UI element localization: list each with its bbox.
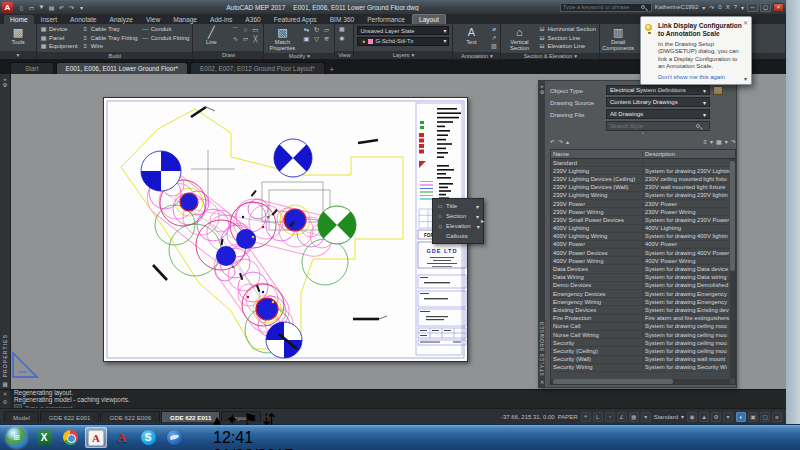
ribbon-tab[interactable]: Analyze: [104, 15, 139, 24]
draw-tool-icon[interactable]: ⌒: [230, 26, 240, 35]
annotation-scale-button[interactable]: Standard: [654, 414, 678, 420]
callout-menu-item[interactable]: ▭ Title ▾: [433, 201, 483, 211]
detail-components-button[interactable]: ▥ Detail Components: [603, 26, 633, 51]
layout-tab[interactable]: GDE 622 E011: [161, 411, 220, 422]
list-view-icon[interactable]: ≡: [704, 139, 708, 145]
undo-icon[interactable]: ↶: [58, 4, 65, 11]
icon-view-caret-icon[interactable]: ▾: [725, 138, 728, 145]
file-tab[interactable]: Start: [10, 62, 54, 74]
taskbar-autocad[interactable]: A: [111, 427, 133, 448]
style-row[interactable]: Security (Ceiling) System for drawing ce…: [551, 347, 730, 355]
style-row[interactable]: 230V Lighting System for drawing 230V Li…: [551, 167, 730, 175]
window-minimize-button[interactable]: ─: [747, 3, 758, 12]
status-toggle-icon[interactable]: ▣: [748, 412, 758, 422]
taskbar-excel[interactable]: X: [33, 427, 55, 448]
style-row[interactable]: 400V Power Devices System for drawing 40…: [551, 249, 730, 257]
start-button[interactable]: ⊞: [6, 427, 27, 448]
style-search-input[interactable]: [610, 123, 694, 129]
callout-menu-item[interactable]: ◇ Elevation ▾: [433, 221, 483, 231]
ribbon-tab[interactable]: Manage: [167, 15, 203, 24]
search-input[interactable]: [563, 4, 639, 10]
qat-caret-icon[interactable]: ▾: [78, 4, 85, 11]
palette-props-icon[interactable]: ▦: [2, 381, 7, 387]
match-properties-button[interactable]: ▧ Match Properties: [267, 26, 297, 51]
layout-tab[interactable]: GDE 622 E006: [100, 411, 160, 422]
style-row[interactable]: 400V Power Wiring 400V Power Wiring: [551, 257, 730, 265]
vertical-section-button[interactable]: ⌂ Vertical Section: [504, 26, 534, 51]
palette-gear-icon[interactable]: ⚙: [3, 82, 8, 88]
taskbar-clock[interactable]: 12:41 21/02/2017: [213, 429, 293, 450]
ribbon-tab[interactable]: Add-ins: [204, 15, 238, 24]
file-tab[interactable]: E001, E006, E011 Lower Ground Floor*: [56, 62, 189, 74]
palette-close-icon[interactable]: ✕: [540, 379, 544, 385]
properties-palette-collapsed[interactable]: « ⚙ PROPERTIES ▦: [0, 74, 11, 389]
tray-expand-icon[interactable]: ▴: [213, 411, 221, 428]
build-button[interactable]: ▦ Panel: [40, 35, 78, 42]
view-orbit-icon[interactable]: ◉: [338, 35, 345, 42]
ribbon-tab[interactable]: A360: [239, 15, 266, 24]
help-caret-icon[interactable]: ▾: [741, 4, 744, 11]
taskbar-chrome[interactable]: [59, 427, 81, 448]
layout-tab[interactable]: GDE 622 E001: [40, 411, 100, 422]
signin-caret-icon[interactable]: ▾: [702, 4, 705, 11]
tools-button[interactable]: ▩ Tools: [3, 26, 33, 45]
action-flag-icon[interactable]: ⚑: [243, 411, 257, 428]
table-icon[interactable]: ▥: [490, 43, 497, 50]
style-row[interactable]: Demo Devices System for drawing Demolish…: [551, 282, 730, 290]
drawing-file-dropdown[interactable]: All Drawings ▾: [606, 109, 710, 119]
plot-icon[interactable]: ▤: [48, 4, 55, 11]
status-toggle-icon[interactable]: ◔: [605, 412, 615, 422]
notification-popup[interactable]: Link Display Configuration to Annotation…: [640, 16, 752, 85]
description-column-header[interactable]: Description: [643, 151, 735, 157]
taskbar-thunderbird[interactable]: [163, 427, 185, 448]
style-row[interactable]: 230V Power 230V Power: [551, 200, 730, 208]
styles-browser-palette[interactable]: « ⚙ STYLES BROWSER ✕ Object Type Electri…: [538, 80, 737, 388]
build-button[interactable]: — Conduit Fitting: [142, 35, 190, 42]
status-toggle-icon[interactable]: ◐: [736, 412, 746, 422]
style-row[interactable]: 230V Lighting Wiring System for drawing …: [551, 192, 730, 200]
draw-tool-icon[interactable]: ▱: [240, 35, 250, 44]
status-toggle-icon[interactable]: ≡: [772, 412, 782, 422]
ribbon-tab[interactable]: Featured Apps: [268, 15, 323, 24]
modify-tool-icon[interactable]: ▱: [321, 26, 331, 35]
status-toggle-icon[interactable]: L: [593, 412, 603, 422]
tray-app-icon[interactable]: ✦: [225, 411, 238, 428]
signin-user[interactable]: KatherineC1992: [655, 4, 698, 10]
style-row[interactable]: Security System for drawing ceiling mou: [551, 339, 730, 347]
content-library-icon[interactable]: [713, 86, 723, 95]
palette-menu-icon[interactable]: ⚙: [540, 89, 544, 95]
style-row[interactable]: Emergency Wiring System for drawing Emer…: [551, 298, 730, 306]
style-row[interactable]: 230V Lighting Devices (Ceiling) 230V cei…: [551, 175, 730, 183]
command-line[interactable]: ✕ ⚙ Regenerating layout.Regenerating mod…: [0, 389, 786, 408]
paper-model-toggle[interactable]: PAPER: [558, 414, 578, 420]
modify-tool-icon[interactable]: ▽: [311, 35, 321, 44]
callout-menu-item[interactable]: ⌂ Section ▾: [433, 211, 483, 221]
status-toggle-icon[interactable]: ▦: [629, 412, 639, 422]
status-toggle-icon[interactable]: ∠: [617, 412, 627, 422]
search-icon[interactable]: [641, 5, 645, 9]
status-toggle-icon[interactable]: ▲: [699, 412, 709, 422]
callout-menu-item[interactable]: Callouts: [433, 231, 483, 241]
status-toggle-icon[interactable]: ▾: [641, 412, 651, 422]
text-button[interactable]: A Text: [456, 26, 486, 45]
style-search-box[interactable]: [606, 121, 710, 131]
table-header[interactable]: Name Description: [551, 150, 735, 159]
cmd-customize-icon[interactable]: ⚙: [3, 399, 8, 405]
style-back-icon[interactable]: ↶: [550, 138, 555, 145]
draw-tool-icon[interactable]: ▭: [250, 26, 260, 35]
taskbar-skype[interactable]: S: [137, 427, 159, 448]
style-row[interactable]: Emergency Devices System for drawing Eme…: [551, 290, 730, 298]
new-drawing-tab-button[interactable]: +: [330, 66, 334, 74]
style-row[interactable]: Nurse Call System for drawing ceiling mo…: [551, 323, 730, 331]
callout-flyout-menu[interactable]: ▸ ▭ Title ▾ ⌂ Section ▾ ◇ Elevation ▾ Ca…: [432, 198, 484, 244]
notification-close-icon[interactable]: ✕: [743, 19, 748, 26]
panel-label-view[interactable]: View: [335, 51, 353, 59]
style-row[interactable]: Nurse Call Wiring System for drawing cei…: [551, 331, 730, 339]
build-button[interactable]: ▦ Equipment: [40, 43, 78, 50]
ribbon-tab[interactable]: Performance: [361, 15, 411, 24]
panel-label-draw[interactable]: Draw: [193, 51, 263, 59]
style-row[interactable]: 400V Power 400V Power: [551, 241, 730, 249]
list-view-caret-icon[interactable]: ▾: [710, 138, 713, 145]
window-maximize-button[interactable]: ▢: [760, 3, 771, 12]
modify-tool-icon[interactable]: ⇆: [301, 26, 311, 35]
